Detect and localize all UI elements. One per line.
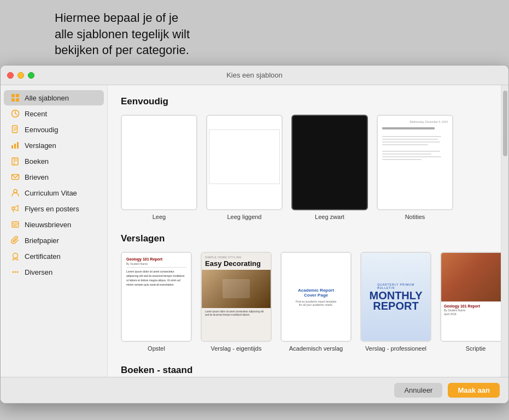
svg-point-29 bbox=[17, 271, 19, 273]
section-title-boeken: Boeken - staand bbox=[121, 365, 488, 376]
sidebar-item-flyers[interactable]: Flyers en posters bbox=[4, 201, 104, 216]
traffic-lights bbox=[7, 72, 34, 79]
tooltip: Hiermee bepaal je of jealle sjablonen te… bbox=[0, 0, 509, 65]
book-icon bbox=[10, 156, 20, 166]
svg-rect-1 bbox=[16, 94, 19, 97]
sidebar-label-alle: Alle sjablonen bbox=[25, 94, 69, 102]
leeg-zwart-thumb bbox=[291, 115, 368, 210]
sidebar-label-boeken: Boeken bbox=[25, 157, 49, 165]
scrollbar-track[interactable] bbox=[501, 85, 508, 377]
sidebar-label-briefpapier: Briefpapier bbox=[25, 236, 59, 245]
scrollbar-thumb[interactable] bbox=[503, 91, 507, 156]
leeg-liggend-label: Leeg liggend bbox=[227, 214, 261, 220]
sidebar-label-eenvoudig: Eenvoudig bbox=[25, 126, 58, 134]
verslag-professioneel-thumb: QUARTERLY PRIMUMBULLETIN MONTHLYREPORT bbox=[360, 252, 431, 342]
template-verslag-eigentijds[interactable]: Simple Home Styling Easy Decorating Lore… bbox=[201, 252, 272, 352]
sidebar-label-brieven: Brieven bbox=[25, 173, 49, 181]
svg-rect-14 bbox=[12, 158, 18, 165]
sidebar: Alle sjablonen Recent bbox=[1, 85, 108, 377]
sidebar-item-nieuwsbrieven[interactable]: Nieuwsbrieven bbox=[4, 217, 104, 232]
tooltip-text: Hiermee bepaal je of jealle sjablonen te… bbox=[55, 11, 190, 57]
scriptie-thumb: Geology 101 Report By Student Name April… bbox=[440, 252, 501, 342]
template-academisch[interactable]: Academic ReportCover Page Find an academ… bbox=[280, 252, 352, 352]
leeg-thumb bbox=[121, 115, 197, 210]
grid-icon bbox=[10, 93, 20, 103]
close-button[interactable] bbox=[7, 72, 14, 79]
opstel-label: Opstel bbox=[148, 345, 165, 352]
create-button[interactable]: Maak aan bbox=[448, 383, 500, 398]
template-notities[interactable]: Wednesday, December 9, 2015 bbox=[377, 115, 453, 220]
sidebar-label-verslagen: Verslagen bbox=[25, 141, 56, 150]
sidebar-label-recent: Recent bbox=[25, 110, 47, 118]
clock-icon bbox=[10, 109, 20, 119]
svg-rect-12 bbox=[14, 144, 16, 149]
section-title-verslagen: Verslagen bbox=[121, 233, 488, 244]
sidebar-item-certificaten[interactable]: Certificaten bbox=[4, 249, 104, 264]
eenvoudig-grid: Leeg Leeg liggend Leeg zwart bbox=[121, 115, 488, 220]
sidebar-item-diversen[interactable]: Diversen bbox=[4, 264, 104, 280]
sidebar-item-briefpapier[interactable]: Briefpapier bbox=[4, 233, 104, 248]
verslagen-grid: Geology 101 Report By Student Name Lorem… bbox=[121, 252, 488, 352]
academisch-thumb: Academic ReportCover Page Find an academ… bbox=[280, 252, 352, 342]
sidebar-label-cv: Curriculum Vitae bbox=[25, 189, 77, 197]
leeg-zwart-label: Leeg zwart bbox=[315, 214, 344, 220]
person-icon bbox=[10, 188, 20, 198]
doc-icon bbox=[10, 125, 20, 134]
minimize-button[interactable] bbox=[17, 72, 24, 79]
ribbon-icon bbox=[10, 251, 20, 261]
svg-point-26 bbox=[13, 253, 18, 258]
template-chooser-window: Kies een sjabloon Alle sjablonen bbox=[0, 65, 509, 404]
main-content: Eenvoudig Leeg Leeg liggend bbox=[108, 85, 501, 377]
paperclip-icon bbox=[10, 235, 20, 245]
sidebar-item-verslagen[interactable]: Verslagen bbox=[4, 138, 104, 153]
content-area: Alle sjablonen Recent bbox=[1, 85, 508, 377]
envelope-icon bbox=[10, 172, 20, 182]
template-leeg-liggend[interactable]: Leeg liggend bbox=[206, 115, 283, 220]
template-opstel[interactable]: Geology 101 Report By Student Name Lorem… bbox=[121, 252, 192, 352]
sidebar-item-eenvoudig[interactable]: Eenvoudig bbox=[4, 122, 104, 137]
template-scriptie[interactable]: Geology 101 Report By Student Name April… bbox=[440, 252, 501, 352]
verslag-eigentijds-thumb: Simple Home Styling Easy Decorating Lore… bbox=[201, 252, 272, 342]
svg-point-27 bbox=[13, 271, 14, 273]
template-verslag-professioneel[interactable]: QUARTERLY PRIMUMBULLETIN MONTHLYREPORT V… bbox=[360, 252, 431, 352]
sidebar-item-recent[interactable]: Recent bbox=[4, 106, 104, 121]
academisch-label: Academisch verslag bbox=[289, 345, 343, 352]
notities-thumb: Wednesday, December 9, 2015 bbox=[377, 115, 453, 210]
svg-line-6 bbox=[15, 114, 17, 115]
sidebar-item-brieven[interactable]: Brieven bbox=[4, 169, 104, 185]
leeg-liggend-thumb bbox=[206, 115, 283, 210]
sidebar-label-nieuwsbrieven: Nieuwsbrieven bbox=[25, 221, 71, 229]
svg-rect-0 bbox=[11, 94, 15, 97]
footer-bar: Annuleer Maak aan bbox=[1, 377, 508, 403]
sidebar-label-diversen: Diversen bbox=[25, 268, 52, 276]
verslag-professioneel-label: Verslag - professioneel bbox=[365, 345, 426, 352]
svg-rect-2 bbox=[11, 98, 15, 102]
svg-rect-13 bbox=[17, 142, 19, 149]
sidebar-item-cv[interactable]: Curriculum Vitae bbox=[4, 185, 104, 200]
svg-point-28 bbox=[15, 271, 16, 273]
opstel-thumb: Geology 101 Report By Student Name Lorem… bbox=[121, 252, 192, 342]
titlebar: Kies een sjabloon bbox=[1, 66, 508, 85]
verslag-eigentijds-label: Verslag - eigentijds bbox=[211, 345, 262, 352]
section-title-eenvoudig: Eenvoudig bbox=[121, 96, 488, 107]
svg-point-19 bbox=[14, 190, 17, 193]
cancel-button[interactable]: Annuleer bbox=[394, 383, 442, 398]
svg-rect-11 bbox=[11, 145, 13, 149]
fullscreen-button[interactable] bbox=[28, 72, 34, 79]
sidebar-label-flyers: Flyers en posters bbox=[25, 205, 79, 213]
chart-icon bbox=[10, 140, 20, 150]
svg-rect-3 bbox=[16, 98, 19, 102]
template-leeg-zwart[interactable]: Leeg zwart bbox=[291, 115, 368, 220]
megaphone-icon bbox=[10, 204, 20, 214]
sidebar-item-boeken[interactable]: Boeken bbox=[4, 153, 104, 169]
sidebar-item-alle[interactable]: Alle sjablonen bbox=[4, 90, 104, 105]
sidebar-label-certificaten: Certificaten bbox=[25, 252, 61, 261]
newspaper-icon bbox=[10, 220, 20, 229]
scriptie-label: Scriptie bbox=[466, 345, 486, 352]
misc-icon bbox=[10, 267, 20, 277]
notities-label: Notities bbox=[405, 214, 425, 220]
template-leeg[interactable]: Leeg bbox=[121, 115, 197, 220]
leeg-label: Leeg bbox=[153, 214, 166, 220]
window-title: Kies een sjabloon bbox=[226, 71, 283, 79]
